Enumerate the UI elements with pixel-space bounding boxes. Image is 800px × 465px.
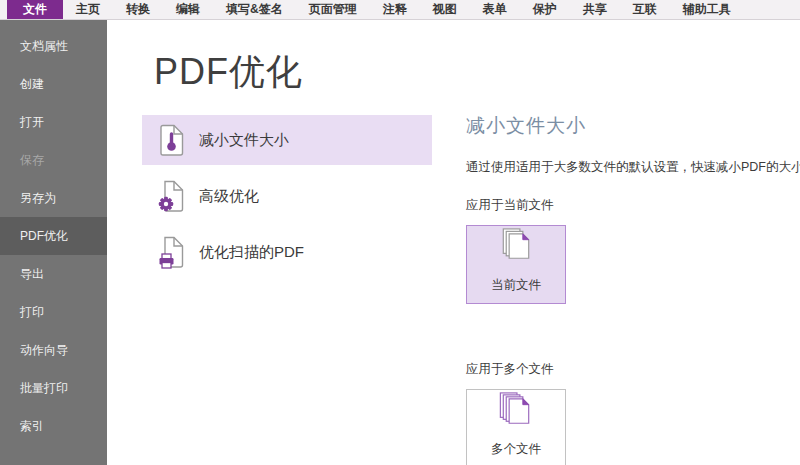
optimize-option-list: 减小文件大小 高级优化 xyxy=(142,115,432,283)
option-optimize-scanned-pdf[interactable]: 优化扫描的PDF xyxy=(142,227,432,277)
option-advanced-optimization[interactable]: 高级优化 xyxy=(142,171,432,221)
option-reduce-file-size[interactable]: 减小文件大小 xyxy=(142,115,432,165)
tab-form[interactable]: 表单 xyxy=(470,0,520,19)
tab-file[interactable]: 文件 xyxy=(7,0,63,19)
tab-organize[interactable]: 页面管理 xyxy=(296,0,370,19)
tab-home[interactable]: 主页 xyxy=(63,0,113,19)
current-file-tile-label: 当前文件 xyxy=(491,277,541,294)
multiple-files-tile-label: 多个文件 xyxy=(491,441,541,458)
option-label: 高级优化 xyxy=(199,187,259,206)
reduce-file-size-panel: 减小文件大小 通过使用适用于大多数文件的默认设置，快速减小PDF的大小。 应用于… xyxy=(466,113,796,465)
sidebar-item-action-wizard[interactable]: 动作向导 xyxy=(0,331,107,369)
sidebar-item-index[interactable]: 索引 xyxy=(0,407,107,445)
sidebar-item-open[interactable]: 打开 xyxy=(0,103,107,141)
current-file-stack-icon xyxy=(496,226,536,269)
tab-connect[interactable]: 互联 xyxy=(620,0,670,19)
file-menu-sidebar: 文档属性 创建 打开 保存 另存为 PDF优化 导出 打印 动作向导 批量打印 … xyxy=(0,20,107,465)
multiple-files-section-label: 应用于多个文件 xyxy=(466,361,796,378)
panel-heading: 减小文件大小 xyxy=(466,113,796,139)
advanced-optimization-icon xyxy=(158,180,185,213)
option-label: 减小文件大小 xyxy=(199,131,289,150)
option-label: 优化扫描的PDF xyxy=(199,243,304,262)
tab-view[interactable]: 视图 xyxy=(420,0,470,19)
sidebar-item-create[interactable]: 创建 xyxy=(0,65,107,103)
tab-accessibility[interactable]: 辅助工具 xyxy=(670,0,744,19)
menu-bar: 文件 主页 转换 编辑 填写&签名 页面管理 注释 视图 表单 保护 共享 互联… xyxy=(0,0,800,20)
sidebar-item-save: 保存 xyxy=(0,141,107,179)
current-file-tile-button[interactable]: 当前文件 xyxy=(466,225,566,304)
tab-edit[interactable]: 编辑 xyxy=(163,0,213,19)
sidebar-item-export[interactable]: 导出 xyxy=(0,255,107,293)
sidebar-item-print[interactable]: 打印 xyxy=(0,293,107,331)
tab-convert[interactable]: 转换 xyxy=(113,0,163,19)
tab-protect[interactable]: 保护 xyxy=(520,0,570,19)
sidebar-item-pdf-optimize[interactable]: PDF优化 xyxy=(0,217,107,255)
tab-share[interactable]: 共享 xyxy=(570,0,620,19)
sidebar-item-save-as[interactable]: 另存为 xyxy=(0,179,107,217)
current-file-section-label: 应用于当前文件 xyxy=(466,197,796,214)
sidebar-item-batch-print[interactable]: 批量打印 xyxy=(0,369,107,407)
tab-comment[interactable]: 注释 xyxy=(370,0,420,19)
pdf-optimize-page: PDF优化 减小文件大小 xyxy=(107,20,800,465)
reduce-file-size-icon xyxy=(158,124,185,157)
panel-description: 通过使用适用于大多数文件的默认设置，快速减小PDF的大小。 xyxy=(466,159,796,176)
multiple-files-tile-button[interactable]: 多个文件 xyxy=(466,389,566,465)
optimize-scanned-pdf-icon xyxy=(158,236,185,269)
page-title: PDF优化 xyxy=(154,52,303,92)
tab-fill-sign[interactable]: 填写&签名 xyxy=(213,0,296,19)
sidebar-item-document-properties[interactable]: 文档属性 xyxy=(0,27,107,65)
multiple-files-stack-icon xyxy=(496,390,536,433)
